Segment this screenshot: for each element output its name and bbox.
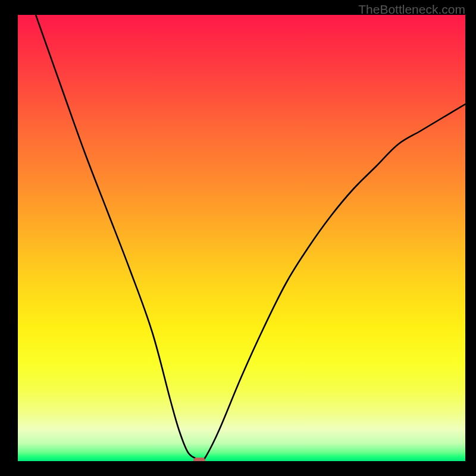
chart-plot-area [18,15,465,461]
watermark-text: TheBottleneck.com [358,2,465,17]
minimum-marker [193,458,205,462]
bottleneck-curve [18,15,465,461]
